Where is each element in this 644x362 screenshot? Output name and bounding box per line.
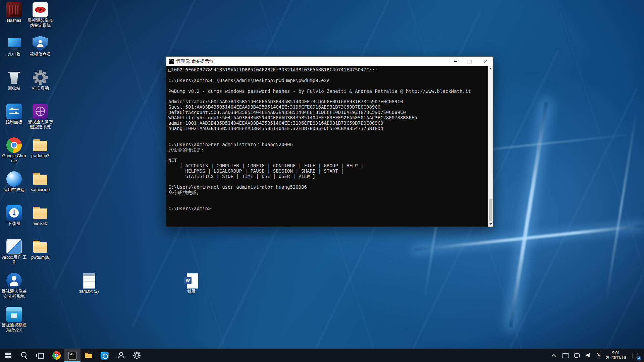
start-icon <box>5 353 11 358</box>
maximize-button[interactable] <box>463 57 478 66</box>
chrome-icon <box>52 351 61 360</box>
taskbar: 英 9:01 2020/11/16 4 <box>0 349 644 362</box>
task-view-icon <box>36 351 45 360</box>
scroll-up-arrow-icon[interactable] <box>488 66 493 71</box>
clock[interactable]: 9:01 2020/11/16 <box>603 351 629 360</box>
minimize-button[interactable] <box>448 57 463 66</box>
speaker-icon <box>585 352 591 359</box>
notification-badge: 4 <box>637 356 641 361</box>
desktop-icon-label: sam.txt (2) <box>79 289 99 294</box>
close-icon <box>484 59 488 63</box>
desktop-icon[interactable]: 截屏 <box>176 273 207 305</box>
notepad-icon <box>81 273 97 288</box>
search-icon <box>20 351 29 360</box>
tray-icons <box>548 349 594 362</box>
terminal-scrollbar[interactable] <box>488 66 493 227</box>
tray-button[interactable] <box>571 349 582 362</box>
taskbar-button[interactable] <box>97 349 113 362</box>
blue-app-icon <box>101 352 109 360</box>
cmd-icon <box>169 59 174 64</box>
scroll-down-arrow-icon[interactable] <box>488 222 493 227</box>
cmd-icon <box>68 352 76 360</box>
taskbar-button[interactable] <box>64 349 80 362</box>
taskbar-button[interactable] <box>16 349 32 362</box>
taskbar-button[interactable] <box>129 349 145 362</box>
taskbar-button[interactable] <box>80 349 97 362</box>
chevron-up-icon <box>550 352 557 359</box>
taskbar-button[interactable] <box>113 349 129 362</box>
tray-button[interactable] <box>548 349 559 362</box>
taskbar-button[interactable] <box>32 349 48 362</box>
cmd-window: 管理员: 命令提示符 □1002:6F66D9778941B519AA11DBB… <box>166 56 493 227</box>
minimize-icon <box>454 61 457 62</box>
terminal-output: □1002:6F66D9778941B519AA11DBB510AF2B2E:3… <box>166 66 488 211</box>
close-button[interactable] <box>478 57 493 66</box>
clock-time: 9:01 <box>606 351 626 355</box>
window-title: 管理员: 命令提示符 <box>176 58 213 64</box>
system-tray: 英 9:01 2020/11/16 4 <box>548 349 644 362</box>
settings-icon <box>133 352 141 359</box>
touch-keyboard-icon <box>562 352 569 359</box>
ime-indicator[interactable]: 英 <box>594 352 603 358</box>
tray-button[interactable] <box>582 349 594 362</box>
window-controls <box>448 57 493 66</box>
action-center-button[interactable]: 4 <box>629 349 642 362</box>
maximize-icon <box>469 60 472 63</box>
show-desktop-button[interactable] <box>642 349 644 362</box>
taskbar-button[interactable] <box>0 349 16 362</box>
word-icon <box>184 273 199 288</box>
taskbar-button[interactable] <box>48 349 64 362</box>
scrollbar-thumb[interactable] <box>489 199 492 221</box>
network-icon <box>573 352 580 359</box>
desktop-icon-label: 截屏 <box>187 289 196 294</box>
terminal-body[interactable]: □1002:6F66D9778941B519AA11DBB510AF2B2E:3… <box>166 66 488 227</box>
people-icon <box>116 351 125 360</box>
file-explorer-icon <box>84 351 93 360</box>
tray-button[interactable] <box>559 349 571 362</box>
clock-date: 2020/11/16 <box>606 355 626 360</box>
taskbar-buttons <box>0 349 145 362</box>
desktop-icon[interactable]: sam.txt (2) <box>74 273 104 305</box>
cmd-titlebar[interactable]: 管理员: 命令提示符 <box>166 57 493 66</box>
